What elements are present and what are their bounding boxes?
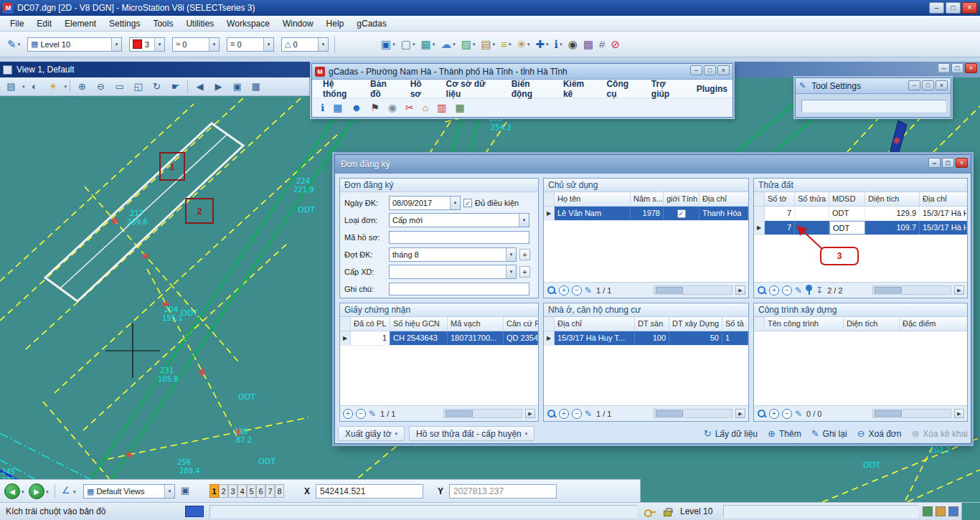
view-close-button[interactable]: × [965, 63, 977, 73]
menu-window[interactable]: Window [277, 17, 319, 30]
scroll-right-button[interactable]: ▶ [954, 409, 964, 418]
lay-du-lieu-button[interactable]: ↻Lấy dữ liệu [704, 429, 758, 439]
remove-row-button[interactable]: − [356, 409, 366, 419]
column-header[interactable]: Địa chỉ [920, 192, 967, 206]
chevron-down-icon[interactable]: ▾ [450, 197, 460, 209]
chevron-down-icon[interactable]: ▾ [154, 38, 164, 51]
menu-utilities[interactable]: Utilities [180, 17, 220, 30]
search-icon[interactable] [757, 409, 766, 418]
xoa-don-button[interactable]: ⊖Xoá đơn [857, 429, 902, 439]
tool-settings-restore-button[interactable]: □ [922, 80, 934, 90]
them-button[interactable]: ⊕Thêm [768, 429, 801, 439]
window-area-icon[interactable]: ▭ [110, 79, 128, 95]
column-header[interactable]: Địa chỉ [555, 317, 635, 331]
active-level-combo[interactable]: ▦ Level 10 ▾ [27, 37, 122, 52]
table-row-selected[interactable]: ▶ 1 CH 2543643 180731700... QD 23543 [340, 331, 538, 346]
column-header[interactable]: Số thửa [795, 192, 829, 206]
gcadas-menu-ho-so[interactable]: Hồ sơ [405, 77, 438, 100]
gcadas-menu-plugins[interactable]: Plugins [692, 82, 732, 95]
view-toggle-6[interactable]: 6 [256, 484, 265, 498]
chevron-down-icon[interactable]: ▾ [65, 84, 67, 90]
users-icon[interactable]: ☻ [352, 103, 362, 113]
column-header[interactable]: DT sàn [635, 317, 669, 331]
add-row-button[interactable]: + [559, 409, 569, 419]
remove-row-button[interactable]: − [782, 409, 792, 419]
calculator-icon[interactable]: ▥ [437, 103, 446, 113]
table-row[interactable]: ▶ Lê Văn Nam 1978 ✓ Thanh Hóa [544, 207, 748, 221]
view-toggle-2[interactable]: 2 [219, 484, 228, 498]
loai-don-combo[interactable]: Cấp mới ▾ [389, 213, 529, 227]
column-header[interactable]: Đã có PL [351, 317, 390, 331]
menu-help[interactable]: Help [321, 17, 350, 30]
pan-view-icon[interactable]: ☛ [166, 79, 184, 95]
view-previous-icon[interactable]: ◀ [191, 79, 209, 95]
horizontal-scrollbar[interactable] [443, 409, 522, 418]
active-lineweight-combo[interactable]: ≡ 0 ▾ [227, 37, 274, 52]
menu-settings[interactable]: Settings [103, 17, 146, 30]
column-header[interactable]: Năm s... [631, 192, 664, 206]
view-menu-icon[interactable] [3, 65, 12, 75]
view-toggle-1[interactable]: 1 [209, 484, 219, 498]
chevron-down-icon[interactable]: ▾ [209, 38, 219, 51]
chevron-down-icon[interactable]: ▾ [46, 489, 49, 495]
manage-view-groups-icon[interactable]: ▣ [181, 485, 189, 496]
angle-icon[interactable]: ∠ [62, 485, 70, 496]
edit-row-button[interactable]: ✎ [795, 286, 802, 295]
gcadas-restore-button[interactable]: □ [704, 65, 716, 75]
ghi-lai-button[interactable]: ✎Ghi lại [811, 429, 847, 439]
gender-checkbox[interactable]: ✓ [677, 209, 686, 218]
chevron-down-icon[interactable]: ▾ [318, 38, 328, 51]
pattern-icon[interactable]: ▩ [580, 35, 596, 54]
element-template-icon[interactable]: ✎▾ [4, 35, 23, 54]
remove-row-button[interactable]: − [572, 285, 582, 296]
menu-edit[interactable]: Edit [31, 17, 57, 30]
models-icon[interactable]: ▦▾ [418, 35, 438, 54]
column-header[interactable]: Địa chỉ [699, 192, 748, 206]
chevron-down-icon[interactable]: ▾ [506, 265, 516, 278]
y-coordinate-input[interactable] [449, 484, 557, 498]
column-header[interactable]: Số hiệu GCN [390, 317, 448, 331]
scroll-right-button[interactable]: ▶ [735, 285, 745, 295]
du-dieu-kien-checkbox[interactable]: ✓ [463, 199, 472, 207]
column-header[interactable]: Diện tích [844, 317, 900, 331]
gcadas-titlebar[interactable]: M gCadas - Phường Nam Hà - Thành phố Hà … [312, 64, 732, 80]
active-class-combo[interactable]: △ 0 ▾ [281, 37, 329, 52]
xoa-ke-khai-button[interactable]: ⊗Xóa kê khai [911, 429, 968, 439]
view-attributes-icon[interactable]: ▤ [2, 79, 20, 95]
menu-file[interactable]: File [4, 17, 29, 30]
menu-element[interactable]: Element [59, 17, 102, 30]
view-toggle-4[interactable]: 4 [237, 484, 247, 498]
edit-row-button[interactable]: ✎ [585, 286, 592, 295]
references-icon[interactable]: ☁▾ [438, 35, 458, 54]
buildings-icon[interactable]: ▦ [456, 103, 465, 113]
active-linestyle-combo[interactable]: ≈ 0 ▾ [172, 37, 220, 52]
copy-view-icon[interactable]: ▣ [228, 79, 246, 95]
remove-row-button[interactable]: − [572, 409, 582, 419]
search-icon[interactable] [547, 285, 556, 295]
cap-xd-add-button[interactable]: + [519, 266, 530, 278]
scroll-right-button[interactable]: ▶ [954, 285, 964, 295]
column-header[interactable]: MDSD [829, 192, 865, 206]
menu-gcadas[interactable]: gCadas [351, 17, 392, 30]
home-icon[interactable]: ⌂ [423, 103, 428, 113]
tool-settings-close-button[interactable]: × [936, 80, 948, 90]
gcadas-menu-tro-giup[interactable]: Trợ giúp [646, 77, 689, 100]
locate-parcel-icon[interactable] [805, 285, 813, 296]
key-icon[interactable] [644, 509, 656, 515]
horizontal-scrollbar[interactable] [654, 285, 732, 295]
view-toggle-8[interactable]: 8 [275, 484, 284, 498]
rotate-view-icon[interactable]: ↻ [148, 79, 166, 95]
status-icon-blue[interactable] [948, 506, 958, 516]
ma-ho-so-input[interactable] [389, 231, 529, 244]
horizontal-scrollbar[interactable] [872, 285, 951, 295]
sheets-icon[interactable]: ▤▾ [478, 35, 498, 54]
dialog-minimize-button[interactable]: – [928, 158, 941, 168]
import-parcel-icon[interactable]: ↧ [816, 286, 823, 295]
add-row-button[interactable]: + [769, 409, 779, 419]
camera-icon[interactable]: ◉ [565, 35, 580, 54]
grid-icon[interactable]: # [596, 35, 608, 54]
search-icon[interactable] [757, 285, 766, 295]
table-row[interactable]: 7 ODT 129.9 15/3/17 Hà H [754, 207, 967, 221]
split-parcel-icon[interactable]: ✂ [405, 103, 414, 113]
status-icon-green[interactable] [923, 506, 933, 516]
